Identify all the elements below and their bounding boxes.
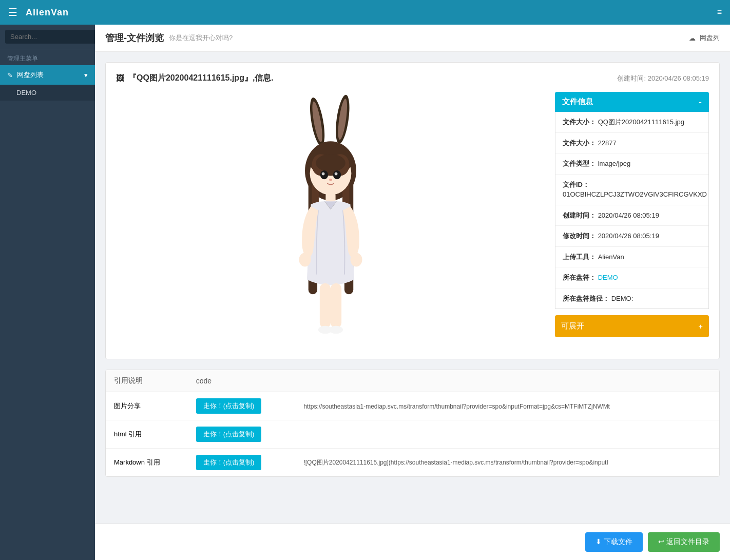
sidebar-item-diskList[interactable]: ✎ 网盘列表 ▾ [0,65,95,85]
info-row-createtime: 创建时间： 2020/04/26 08:05:19 [555,205,708,226]
ref-row-copy-cell: 走你！(点击复制) [188,420,296,449]
info-collapse-button[interactable]: - [699,98,702,107]
reference-table: 引用说明 code 图片分享 走你！(点击复制) https://southea… [105,370,720,477]
info-row-filetype: 文件类型： image/jpeg [555,153,708,175]
svg-point-16 [321,172,324,176]
sidebar-item-label-diskList: 网盘列表 [17,70,44,80]
hamburger-icon[interactable]: ☰ [8,6,17,18]
main-header: 管理-文件浏览 你是在逗我开心对吗? ☁ 网盘列 [95,25,730,52]
copy-button[interactable]: 走你！(点击复制) [196,427,262,442]
ref-row-label: html 引用 [106,420,188,449]
download-button[interactable]: ⬇ 下载文件 [585,532,643,552]
page-title: 管理-文件浏览 [105,32,164,44]
sidebar: 🔍 管理主菜单 ✎ 网盘列表 ▾ DEMO [0,25,95,560]
main-content: 管理-文件浏览 你是在逗我开心对吗? ☁ 网盘列 🖼 『QQ图片20200421… [95,25,730,560]
top-nav: ☰ AlienVan ≡ [0,0,730,25]
ref-table-row: 图片分享 走你！(点击复制) https://southeastasia1-me… [106,392,719,420]
layout: 🔍 管理主菜单 ✎ 网盘列表 ▾ DEMO 管理-文件浏览 你是在逗我开心对吗?… [0,25,730,560]
nav-right-icon[interactable]: ≡ [717,8,722,17]
ref-row-code: ![QQ图片20200421111615.jpg](https://southe… [295,449,719,477]
info-row-modifytime: 修改时间： 2020/04/26 08:05:19 [555,226,708,247]
edit-icon: ✎ [7,71,13,79]
svg-point-13 [316,154,345,172]
back-button[interactable]: ↩ 返回文件目录 [648,532,720,552]
copy-button[interactable]: 走你！(点击复制) [196,398,262,414]
ref-row-label: 图片分享 [106,392,188,420]
copy-button[interactable]: 走你！(点击复制) [196,455,262,470]
svg-point-17 [334,172,337,176]
anime-character-svg [279,92,382,349]
title-area: 管理-文件浏览 你是在逗我开心对吗? [105,32,233,44]
sidebar-search-area: 🔍 [0,25,95,49]
svg-point-20 [299,253,311,266]
file-name-title: 『QQ图片20200421111615.jpg』,信息. [128,73,274,84]
ref-col1-header: 引用说明 [106,370,188,392]
disk-name-link[interactable]: DEMO [598,274,618,281]
info-row-fileid: 文件ID： 01OCBIHCZLPCJ3ZTWO2VGIV3CFIRCGVKXD [555,175,708,205]
ref-row-copy-cell: 走你！(点击复制) [188,392,296,420]
info-row-diskpath: 所在盘符路径： DEMO: [555,288,708,309]
chevron-down-icon: ▾ [84,71,88,79]
svg-rect-22 [319,283,330,328]
sidebar-sub-item-demo[interactable]: DEMO [0,85,95,101]
info-panel-title: 文件信息 [562,97,593,107]
info-row-filesize: 文件大小： 22877 [555,133,708,154]
expandable-label: 可展开 [561,321,584,331]
search-input[interactable] [5,30,102,44]
image-file-icon: 🖼 [116,74,124,83]
bottom-bar: ⬇ 下载文件 ↩ 返回文件目录 [95,524,730,560]
ref-col3-header [295,370,719,392]
info-row-uploadtool: 上传工具： AlienVan [555,247,708,268]
ref-row-code: https://southeastasia1-mediap.svc.ms/tra… [295,392,719,420]
ref-table-row: html 引用 走你！(点击复制) [106,420,719,449]
info-row-filename: 文件大小： QQ图片20200421111615.jpg [555,112,708,133]
ref-table-row: Markdown 引用 走你！(点击复制) ![QQ图片202004211116… [106,449,719,477]
title-left: 🖼 『QQ图片20200421111615.jpg』,信息. [116,73,274,84]
svg-point-21 [350,253,362,266]
expandable-button[interactable]: 可展开 + [555,315,709,337]
file-detail-card: 🖼 『QQ图片20200421111615.jpg』,信息. 创建时间: 202… [105,62,720,359]
file-detail-title: 🖼 『QQ图片20200421111615.jpg』,信息. 创建时间: 202… [116,73,709,84]
info-panel-header: 文件信息 - [555,92,709,112]
file-detail-body: 文件信息 - 文件大小： QQ图片20200421111615.jpg 文 [116,92,709,349]
ref-row-copy-cell: 走你！(点击复制) [188,449,296,477]
page-subtitle: 你是在逗我开心对吗? [169,33,233,43]
sidebar-section-label: 管理主菜单 [0,49,95,65]
header-right-text: 网盘列 [700,33,720,43]
header-right: ☁ 网盘列 [689,33,720,43]
svg-rect-23 [331,283,341,328]
svg-point-25 [329,326,343,334]
file-created-time: 创建时间: 2020/04/26 08:05:19 [617,74,709,83]
info-body: 文件大小： QQ图片20200421111615.jpg 文件大小： 22877… [555,112,709,309]
brand-logo: AlienVan [26,7,69,18]
svg-point-18 [329,179,332,181]
ref-row-code [295,420,719,449]
expandable-plus-icon: + [698,322,703,331]
ref-row-label: Markdown 引用 [106,449,188,477]
content-area: 🖼 『QQ图片20200421111615.jpg』,信息. 创建时间: 202… [95,52,730,524]
cloud-icon: ☁ [689,34,696,42]
file-info-panel: 文件信息 - 文件大小： QQ图片20200421111615.jpg 文 [555,92,709,349]
ref-col2-header: code [188,370,296,392]
file-preview [116,92,545,349]
info-row-diskname: 所在盘符： DEMO [555,267,708,288]
